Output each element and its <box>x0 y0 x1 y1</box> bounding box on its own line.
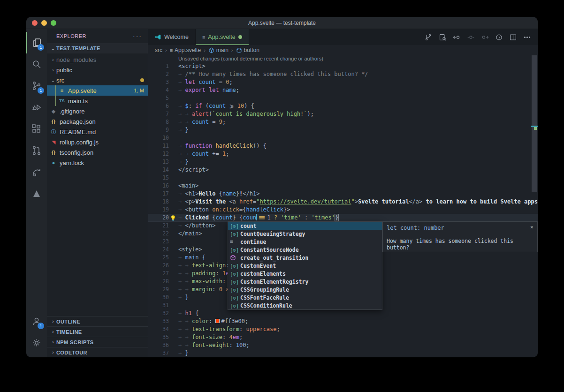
suggest-item-create_out_transition[interactable]: create_out_transition <box>228 254 382 262</box>
suggest-item-continue[interactable]: ≡continue <box>228 238 382 246</box>
section-outline[interactable]: ›OUTLINE <box>47 316 148 326</box>
explorer-badge: 1 <box>38 44 44 51</box>
file-tree-item-readme-md[interactable]: ⓘREADME.md <box>47 127 148 137</box>
suggest-item-label: continue <box>240 239 266 245</box>
breadcrumb-item-src[interactable]: src <box>155 47 162 53</box>
file-tree-item-yarn-lock[interactable]: ●yarn.lock <box>47 158 148 168</box>
lightbulb-icon[interactable]: 💡 <box>170 214 176 222</box>
section-codetour[interactable]: ›CODETOUR <box>47 347 148 357</box>
code-line-15[interactable]: 15 <box>148 174 538 182</box>
line-number: 4 <box>148 86 169 94</box>
code-line-2[interactable]: 2→ /** How many times has someone clicke… <box>148 70 538 78</box>
file-tree-item-main-ts[interactable]: TSmain.ts <box>47 96 148 106</box>
live-share-icon[interactable] <box>26 161 47 183</box>
file-tree-item-node-modules[interactable]: ›node_modules <box>47 54 148 65</box>
code-line-20[interactable]: 20💡→ Clicked {count} {coun≡1 ? 'time' : … <box>148 214 538 222</box>
line-content: → → count += 1; <box>178 150 229 158</box>
code-line-6[interactable]: 6→ $: if (count ⩾ 10) { <box>148 102 538 110</box>
settings-gear-icon[interactable] <box>26 332 47 354</box>
line-number: 14 <box>148 166 169 174</box>
code-line-3[interactable]: 3→ let count = 0; <box>148 78 538 86</box>
code-line-16[interactable]: 16<main> <box>148 182 538 190</box>
suggest-item-cssconditionrule[interactable]: [⊘]CSSConditionRule <box>228 302 382 309</box>
file-history-icon[interactable] <box>493 31 505 43</box>
file-tree-item-src[interactable]: ⌄src <box>47 75 148 85</box>
code-line-14[interactable]: 14</script> <box>148 166 538 174</box>
open-preview-icon[interactable] <box>436 31 449 43</box>
code-area[interactable]: Unsaved changes (cannot determine recent… <box>148 55 538 357</box>
change-marker-icon[interactable] <box>465 31 477 43</box>
compare-changes-icon[interactable] <box>422 31 434 43</box>
split-editor-icon[interactable] <box>507 31 519 43</box>
line-content: → → font-weight: 100; <box>178 341 250 349</box>
extensions-icon[interactable] <box>26 118 47 140</box>
tab-app-svelte[interactable]: ≡ App.svelte <box>196 29 249 45</box>
code-line-35[interactable]: 35→ → font-size: 4em; <box>148 333 538 341</box>
breadcrumb: src›≡App.svelte›main›button <box>148 45 538 55</box>
line-number: 13 <box>148 158 169 166</box>
code-line-19[interactable]: 19→ <button on:click={handleClick}> <box>148 206 538 214</box>
suggest-item-customelements[interactable]: [⊘]customElements <box>228 270 382 278</box>
more-actions-icon[interactable] <box>521 31 533 43</box>
yarn-file-icon: ● <box>50 160 57 166</box>
breadcrumb-item-main[interactable]: main <box>208 47 229 53</box>
suggest-item-cssfontfacerule[interactable]: [⊘]CSSFontFaceRule <box>228 294 382 302</box>
code-line-11[interactable]: 11→ function handleClick() { <box>148 142 538 150</box>
code-line-1[interactable]: 1<script> <box>148 62 538 70</box>
code-line-7[interactable]: 7→ → alert(`count is dangerously high!`)… <box>148 110 538 118</box>
next-change-icon[interactable] <box>479 31 491 43</box>
file-tree-item-rollup-config-js[interactable]: ◥rollup.config.js <box>47 137 148 147</box>
file-tree-item-tsconfig-json[interactable]: {}tsconfig.json <box>47 147 148 158</box>
code-line-9[interactable]: 9→ } <box>148 126 538 134</box>
accounts-icon[interactable]: 1 <box>26 310 47 332</box>
azure-icon[interactable] <box>26 183 47 204</box>
accounts-badge: 1 <box>38 323 44 329</box>
modified-dot-icon[interactable] <box>238 35 242 39</box>
suggest-item-customelementregistry[interactable]: [⊘]CustomElementRegistry <box>228 278 382 286</box>
line-content: → } <box>178 126 189 134</box>
file-tree-item-package-json[interactable]: {}package.json <box>47 116 148 127</box>
previous-change-icon[interactable] <box>450 31 463 43</box>
code-line-12[interactable]: 12→ → count += 1; <box>148 150 538 158</box>
section-npm-scripts[interactable]: ›NPM SCRIPTS <box>47 337 148 347</box>
github-pr-icon[interactable] <box>26 140 47 161</box>
code-line-34[interactable]: 34→ → text-transform: uppercase; <box>148 325 538 333</box>
tab-welcome[interactable]: Welcome <box>148 29 196 45</box>
color-swatch <box>215 319 220 323</box>
editor-scrollbar[interactable] <box>531 55 538 357</box>
section-timeline[interactable]: ›TIMELINE <box>47 326 148 337</box>
explorer-icon[interactable]: 1 <box>26 32 47 53</box>
suggest-item-count[interactable]: [⊘]count <box>228 222 382 230</box>
line-content: → export let name; <box>178 86 239 94</box>
project-root-row[interactable]: ⌄ TEST-TEMPLATE <box>47 43 148 53</box>
line-content: → } <box>178 158 189 166</box>
suggest-item-countqueuingstrategy[interactable]: [⊘]CountQueuingStrategy <box>228 230 382 238</box>
explorer-more-actions-icon[interactable]: ··· <box>133 32 142 40</box>
file-tree-item--gitignore[interactable]: ◆.gitignore <box>47 106 148 116</box>
code-line-18[interactable]: 18→ <p>Visit the <a href="https://svelte… <box>148 198 538 206</box>
code-line-33[interactable]: 33→ → color: #ff3e00; <box>148 317 538 325</box>
suggest-item-cssgroupingrule[interactable]: [⊘]CSSGroupingRule <box>228 286 382 294</box>
code-line-10[interactable]: 10 <box>148 134 538 142</box>
code-line-8[interactable]: 8→ → count = 9; <box>148 118 538 126</box>
search-icon[interactable] <box>26 53 47 75</box>
breadcrumb-item-button[interactable]: button <box>236 47 259 53</box>
scrollbar-slider[interactable] <box>532 55 537 192</box>
file-tree-item-app-svelte[interactable]: ≡App.svelte1, M <box>47 85 148 96</box>
code-line-17[interactable]: 17→ <h1>Hello {name}!</h1> <box>148 190 538 198</box>
suggest-item-constantsourcenode[interactable]: [⊘]ConstantSourceNode <box>228 246 382 254</box>
source-control-icon[interactable]: 1 <box>26 75 47 97</box>
file-tree-item-public[interactable]: ›public <box>47 65 148 75</box>
code-line-5[interactable]: 5 <box>148 94 538 102</box>
close-icon[interactable]: ✕ <box>530 224 534 230</box>
intellisense-suggest-widget: [⊘]count[⊘]CountQueuingStrategy≡continue… <box>228 221 382 310</box>
run-debug-icon[interactable] <box>26 97 47 118</box>
breadcrumb-item-app-svelte[interactable]: ≡App.svelte <box>170 47 201 53</box>
code-line-37[interactable]: 37→ } <box>148 349 538 357</box>
code-line-36[interactable]: 36→ → font-weight: 100; <box>148 341 538 349</box>
code-line-13[interactable]: 13→ } <box>148 158 538 166</box>
code-line-4[interactable]: 4→ export let name; <box>148 86 538 94</box>
code-line-32[interactable]: 32→ h1 { <box>148 309 538 317</box>
sidebar-sections: ›OUTLINE›TIMELINE›NPM SCRIPTS›CODETOUR <box>47 316 148 357</box>
suggest-item-customevent[interactable]: [⊘]CustomEvent <box>228 262 382 270</box>
